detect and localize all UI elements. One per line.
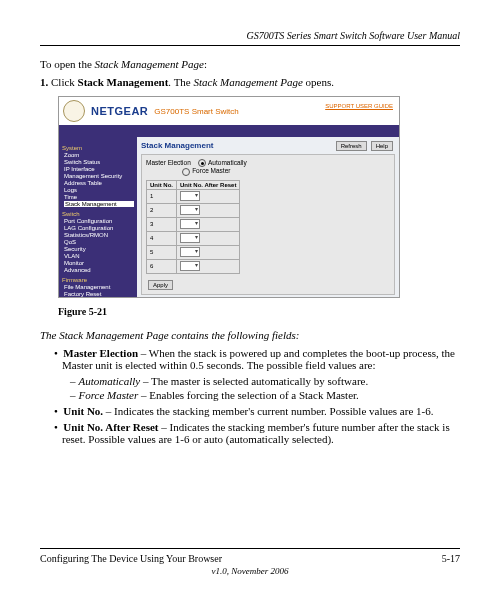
f1a-desc: – The master is selected automatically b… xyxy=(140,375,368,387)
settings-panel: Master Election Automatically Force Mast… xyxy=(141,154,395,295)
sidebar-item-stack-management[interactable]: Stack Management xyxy=(64,201,134,207)
cell-unit: 3 xyxy=(147,217,177,231)
cell-unit: 5 xyxy=(147,245,177,259)
f1b-desc: – Enables forcing the selection of a Sta… xyxy=(138,389,359,401)
intro-em: Stack Management Page xyxy=(95,58,204,70)
f2-desc: – Indicates the stacking member's curren… xyxy=(103,405,433,417)
f1a-name: Automatically xyxy=(79,375,141,387)
desc-pre: The xyxy=(40,329,59,341)
radio-automatically-label: Automatically xyxy=(208,159,247,166)
sidebar-item-qos[interactable]: QoS xyxy=(64,239,134,245)
cell-unit: 2 xyxy=(147,203,177,217)
field-unit-no: • Unit No. – Indicates the stacking memb… xyxy=(54,405,460,417)
intro-line: To open the Stack Management Page: xyxy=(40,58,460,70)
sidebar-group-switch: Switch xyxy=(62,211,134,217)
description-line: The Stack Management Page contains the f… xyxy=(40,329,460,341)
sidebar-item-advanced[interactable]: Advanced xyxy=(64,267,134,273)
footer: Configuring The Device Using Your Browse… xyxy=(40,548,460,576)
f3-name: Unit No. After Reset xyxy=(63,421,158,433)
select-unit-4[interactable] xyxy=(180,233,200,243)
master-election-label: Master Election xyxy=(146,159,191,166)
footer-version: v1.0, November 2006 xyxy=(40,566,460,576)
f2-name: Unit No. xyxy=(63,405,103,417)
sidebar-item-port-config[interactable]: Port Configuration xyxy=(64,218,134,224)
help-button[interactable]: Help xyxy=(371,141,393,151)
logo-icon xyxy=(63,100,85,122)
refresh-button[interactable]: Refresh xyxy=(336,141,367,151)
support-links[interactable]: SUPPORT USER GUIDE xyxy=(325,103,393,109)
main-panel: Refresh Help Stack Management Master Ele… xyxy=(137,137,399,298)
intro-post: : xyxy=(204,58,207,70)
radio-force-master-label: Force Master xyxy=(192,167,230,174)
cell-unit: 1 xyxy=(147,189,177,203)
sidebar-item-monitor[interactable]: Monitor xyxy=(64,260,134,266)
field-master-election: • Master Election – When the stack is po… xyxy=(54,347,460,371)
table-row: 4 xyxy=(147,231,240,245)
sidebar-item-logs[interactable]: Logs xyxy=(64,187,134,193)
sidebar-item-file-management[interactable]: File Management xyxy=(64,284,134,290)
f1-name: Master Election xyxy=(63,347,138,359)
cell-unit: 6 xyxy=(147,259,177,273)
sidebar-item-vlan[interactable]: VLAN xyxy=(64,253,134,259)
sidebar-item-ip-interface[interactable]: IP Interface xyxy=(64,166,134,172)
apply-button[interactable]: Apply xyxy=(148,280,173,290)
product-name: GS700TS Smart Switch xyxy=(154,107,238,116)
figure-label: Figure 5-21 xyxy=(58,306,460,317)
select-unit-1[interactable] xyxy=(180,191,200,201)
unit-table: Unit No.Unit No. After Reset 1 2 3 4 5 6 xyxy=(146,180,240,274)
radio-force-master[interactable] xyxy=(182,168,190,176)
nav-bar xyxy=(59,125,399,137)
brand-logo: NETGEAR xyxy=(91,105,148,117)
desc-post: contains the following fields: xyxy=(169,329,300,341)
step-e: opens. xyxy=(303,76,334,88)
table-row: 5 xyxy=(147,245,240,259)
select-unit-5[interactable] xyxy=(180,247,200,257)
screenshot-frame: NETGEAR GS700TS Smart Switch SUPPORT USE… xyxy=(58,96,400,298)
sidebar-item-switch-status[interactable]: Switch Status xyxy=(64,159,134,165)
table-row: 3 xyxy=(147,217,240,231)
select-unit-2[interactable] xyxy=(180,205,200,215)
sidebar-item-stats-rmon[interactable]: Statistics/RMON xyxy=(64,232,134,238)
sidebar-item-mgmt-security[interactable]: Management Security xyxy=(64,173,134,179)
cell-unit: 4 xyxy=(147,231,177,245)
step-a: Click xyxy=(51,76,78,88)
th-unit-no: Unit No. xyxy=(147,180,177,189)
topbar: NETGEAR GS700TS Smart Switch SUPPORT USE… xyxy=(59,97,399,125)
sidebar-group-system: System xyxy=(62,145,134,151)
sidebar-item-address-table[interactable]: Address Table xyxy=(64,180,134,186)
sidebar-item-zoom[interactable]: Zoom xyxy=(64,152,134,158)
sidebar-item-security[interactable]: Security xyxy=(64,246,134,252)
step-d: Stack Management Page xyxy=(194,76,303,88)
footer-left: Configuring The Device Using Your Browse… xyxy=(40,553,222,564)
select-unit-6[interactable] xyxy=(180,261,200,271)
subfield-force-master: –Force Master – Enables forcing the sele… xyxy=(70,389,460,401)
step-num: 1. xyxy=(40,76,48,88)
sidebar-group-firmware: Firmware xyxy=(62,277,134,283)
table-row: 1 xyxy=(147,189,240,203)
step-b: Stack Management xyxy=(78,76,169,88)
intro-pre: To open the xyxy=(40,58,95,70)
subfield-automatically: –Automatically – The master is selected … xyxy=(70,375,460,387)
select-unit-3[interactable] xyxy=(180,219,200,229)
f1b-name: Force Master xyxy=(79,389,139,401)
sidebar-item-time[interactable]: Time xyxy=(64,194,134,200)
footer-page-number: 5-17 xyxy=(442,553,460,564)
table-row: 2 xyxy=(147,203,240,217)
radio-automatically[interactable] xyxy=(198,159,206,167)
desc-em: Stack Management Page xyxy=(59,329,168,341)
th-unit-after-reset: Unit No. After Reset xyxy=(177,180,240,189)
step-c: . The xyxy=(168,76,193,88)
table-row: 6 xyxy=(147,259,240,273)
step-1: 1. Click Stack Management. The Stack Man… xyxy=(40,76,460,88)
field-unit-no-after-reset: • Unit No. After Reset – Indicates the s… xyxy=(54,421,460,445)
sidebar: System Zoom Switch Status IP Interface M… xyxy=(59,137,137,298)
header-manual-title: GS700TS Series Smart Switch Software Use… xyxy=(40,30,460,46)
sidebar-item-lag-config[interactable]: LAG Configuration xyxy=(64,225,134,231)
sidebar-item-factory-reset[interactable]: Factory Reset xyxy=(64,291,134,297)
